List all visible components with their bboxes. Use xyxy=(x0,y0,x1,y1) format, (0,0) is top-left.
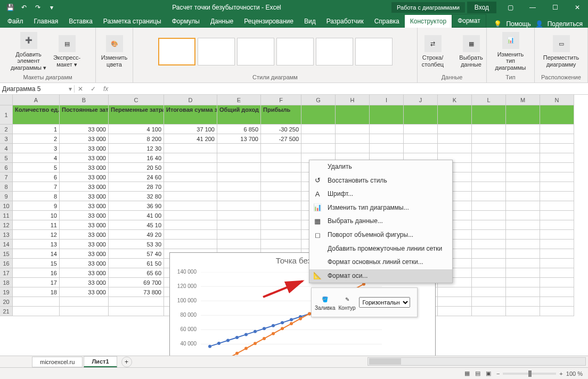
cell[interactable] xyxy=(506,297,540,307)
row-header[interactable]: 16 xyxy=(0,259,13,268)
close-icon[interactable]: ✕ xyxy=(567,0,588,15)
cell[interactable] xyxy=(472,230,506,240)
cell[interactable] xyxy=(472,287,506,297)
cell[interactable] xyxy=(261,144,301,153)
cell[interactable] xyxy=(472,182,506,192)
cell[interactable] xyxy=(540,182,574,192)
column-header-I[interactable]: I xyxy=(370,95,404,105)
zoom-in-icon[interactable]: + xyxy=(559,370,562,377)
cell[interactable] xyxy=(164,192,217,201)
share-icon[interactable]: 👤 xyxy=(535,20,543,28)
cell[interactable] xyxy=(540,105,574,125)
cell[interactable]: 33 000 xyxy=(60,230,109,240)
cell[interactable] xyxy=(404,134,438,144)
cell[interactable] xyxy=(261,220,301,230)
row-header[interactable]: 7 xyxy=(0,172,13,182)
sheet-tab[interactable]: microexcel.ru xyxy=(32,357,83,367)
tab-формат[interactable]: Формат xyxy=(452,14,486,28)
tab-рецензирование[interactable]: Рецензирование xyxy=(239,15,299,28)
cell[interactable]: 33 000 xyxy=(60,240,109,249)
header-cell[interactable]: Переменные затраты xyxy=(109,105,164,125)
row-header[interactable]: 15 xyxy=(0,249,13,259)
cell[interactable]: 69 700 xyxy=(109,278,164,287)
cell[interactable] xyxy=(109,297,164,307)
cell[interactable] xyxy=(261,192,301,201)
cell[interactable] xyxy=(438,307,472,316)
cell[interactable] xyxy=(472,192,506,201)
chart-style-1[interactable] xyxy=(158,38,195,65)
undo-icon[interactable]: ↶ xyxy=(18,2,30,13)
cell[interactable] xyxy=(301,144,336,153)
cell[interactable] xyxy=(472,307,506,316)
cell[interactable] xyxy=(506,153,540,163)
row-header[interactable]: 21 xyxy=(0,307,13,316)
change-colors-button[interactable]: 🎨 Изменить цвета xyxy=(96,35,133,68)
zoom-slider[interactable] xyxy=(503,373,556,375)
cell[interactable] xyxy=(164,211,217,220)
column-header-E[interactable]: E xyxy=(217,95,261,105)
cell[interactable]: 33 000 xyxy=(60,201,109,211)
cell[interactable]: 8 xyxy=(13,192,60,201)
cell[interactable] xyxy=(217,211,261,220)
cell[interactable] xyxy=(506,211,540,220)
row-header[interactable]: 12 xyxy=(0,220,13,230)
row-header[interactable]: 5 xyxy=(0,153,13,163)
cell[interactable]: 32 80 xyxy=(109,192,164,201)
cell[interactable] xyxy=(438,105,472,125)
cell[interactable]: 73 800 xyxy=(109,287,164,297)
menu-item[interactable]: ▦Выбрать данные... xyxy=(309,215,452,228)
cell[interactable] xyxy=(506,182,540,192)
menu-item[interactable]: ↺Восстановить стиль xyxy=(309,174,452,188)
cell[interactable] xyxy=(472,125,506,134)
cell[interactable] xyxy=(109,307,164,316)
cell[interactable] xyxy=(336,105,370,125)
cell[interactable]: 7 xyxy=(13,182,60,192)
cell[interactable] xyxy=(540,307,574,316)
cell[interactable]: 33 000 xyxy=(60,125,109,134)
cell[interactable]: 15 xyxy=(13,259,60,268)
name-box[interactable]: Диаграмма 5 ▾ xyxy=(0,85,75,93)
cell[interactable] xyxy=(540,144,574,153)
cell[interactable] xyxy=(261,230,301,240)
new-sheet-button[interactable]: + xyxy=(121,357,132,367)
cell[interactable] xyxy=(506,230,540,240)
cell[interactable] xyxy=(261,182,301,192)
column-header-K[interactable]: K xyxy=(438,95,472,105)
cell[interactable]: 61 50 xyxy=(109,259,164,268)
cell[interactable] xyxy=(540,125,574,134)
cell[interactable] xyxy=(540,240,574,249)
cell[interactable] xyxy=(164,153,217,163)
cell[interactable] xyxy=(404,144,438,153)
cell[interactable] xyxy=(540,287,574,297)
cell[interactable]: 8 200 xyxy=(109,134,164,144)
cell[interactable] xyxy=(164,201,217,211)
cell[interactable] xyxy=(60,307,109,316)
fill-button[interactable]: 🪣 Заливка xyxy=(315,294,336,311)
row-header[interactable]: 17 xyxy=(0,268,13,278)
view-layout-icon[interactable]: ▤ xyxy=(475,370,480,377)
horizontal-scrollbar[interactable] xyxy=(368,357,586,366)
cell[interactable] xyxy=(506,105,540,125)
cell[interactable] xyxy=(506,259,540,268)
cell[interactable]: 45 10 xyxy=(109,220,164,230)
cell[interactable] xyxy=(506,268,540,278)
cell[interactable]: 33 000 xyxy=(60,192,109,201)
cell[interactable]: 28 70 xyxy=(109,182,164,192)
cell[interactable]: 33 000 xyxy=(60,144,109,153)
chart-style-4[interactable] xyxy=(276,38,314,65)
cell[interactable] xyxy=(261,240,301,249)
cell[interactable]: 37 100 xyxy=(164,125,217,134)
cell[interactable]: 16 40 xyxy=(109,153,164,163)
cell[interactable] xyxy=(540,201,574,211)
qat-dropdown-icon[interactable]: ▾ xyxy=(46,2,58,13)
column-header-M[interactable]: M xyxy=(506,95,540,105)
cell[interactable] xyxy=(540,153,574,163)
axis-select[interactable]: Горизонтальн xyxy=(359,297,410,308)
cell[interactable]: 11 xyxy=(13,220,60,230)
cell[interactable]: 24 60 xyxy=(109,172,164,182)
cell[interactable] xyxy=(472,153,506,163)
cell[interactable] xyxy=(472,172,506,182)
cell[interactable]: 33 000 xyxy=(60,278,109,287)
tab-разметка страницы[interactable]: Разметка страницы xyxy=(98,15,167,28)
cell[interactable] xyxy=(217,220,261,230)
